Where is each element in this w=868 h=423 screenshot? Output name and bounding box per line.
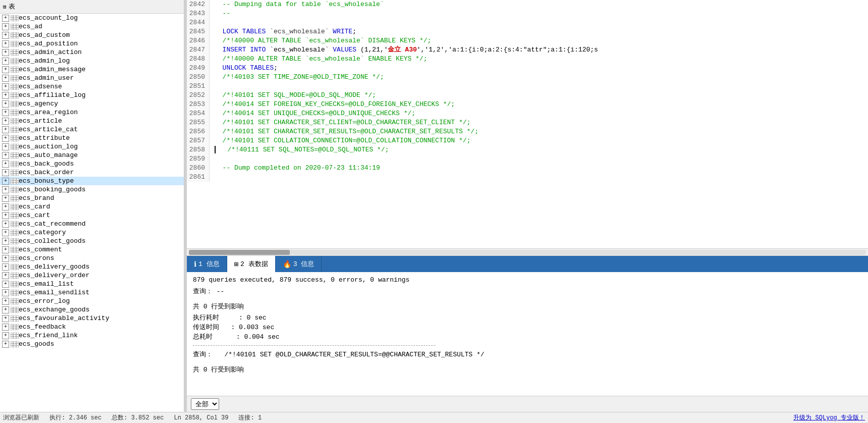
line-content[interactable]: /*!40014 SET UNIQUE_CHECKS=@OLD_UNIQUE_C… (210, 109, 416, 118)
sidebar-item-ecs_article[interactable]: + ecs_article (0, 117, 184, 125)
query2-block: 查询： /*!40101 SET @OLD_CHARACTER_SET_RESU… (193, 350, 862, 359)
tab-0[interactable]: ℹ1 信息 (187, 256, 227, 272)
line-content[interactable]: -- (210, 9, 230, 18)
svg-rect-155 (11, 281, 19, 287)
sidebar-item-ecs_exchange_goods[interactable]: + ecs_exchange_goods (0, 305, 184, 314)
line-content[interactable]: /*!40101 SET CHARACTER_SET_RESULTS=@OLD_… (210, 127, 479, 136)
line-content[interactable] (210, 18, 215, 27)
sidebar-item-ecs_article_cat[interactable]: + ecs_article_cat (0, 125, 184, 134)
sidebar-item-ecs_favourable_activity[interactable]: + ecs_favourable_activity (0, 314, 184, 323)
line-number: 2850 (187, 73, 210, 82)
sidebar-item-ecs_delivery_order[interactable]: + ecs_delivery_order (0, 271, 184, 280)
sidebar-item-ecs_booking_goods[interactable]: + ecs_booking_goods (0, 185, 184, 194)
tree-expand-icon: + (2, 281, 9, 288)
scrollbar-thumb[interactable] (189, 250, 290, 255)
line-content[interactable] (210, 154, 215, 164)
filter-dropdown[interactable]: 全部 (191, 398, 219, 410)
sidebar-item-label: ecs_ad_custom (19, 31, 70, 39)
sidebar-item-ecs_area_region[interactable]: + ecs_area_region (0, 108, 184, 117)
sidebar-item-ecs_collect_goods[interactable]: + ecs_collect_goods (0, 237, 184, 245)
line-content[interactable]: /*!40000 ALTER TABLE `ecs_wholesale` ENA… (210, 55, 427, 64)
line-content[interactable]: INSERT INTO `ecs_wholesale` VALUES (1,21… (210, 45, 598, 55)
line-content[interactable]: /*!40111 SET SQL_NOTES=@OLD_SQL_NOTES */… (210, 145, 389, 154)
tab-2[interactable]: 🔥3 信息 (276, 256, 322, 272)
line-number: 2849 (187, 64, 210, 73)
tree-expand-icon: + (2, 40, 9, 47)
tree-expand-icon: + (2, 195, 9, 202)
sidebar-item-ecs_ad_custom[interactable]: + ecs_ad_custom (0, 31, 184, 39)
sidebar-item-ecs_category[interactable]: + ecs_category (0, 228, 184, 237)
line-content[interactable]: UNLOCK TABLES; (210, 64, 278, 73)
sidebar-item-ecs_email_sendlist[interactable]: + ecs_email_sendlist (0, 288, 184, 297)
sidebar-item-ecs_ad_position[interactable]: + ecs_ad_position (0, 39, 184, 48)
table-icon (11, 238, 19, 244)
tree-expand-icon: + (2, 306, 9, 313)
query2-label: 查询： (193, 351, 221, 358)
tree-expand-icon: + (2, 169, 9, 176)
sidebar-item-ecs_affiliate_log[interactable]: + ecs_affiliate_log (0, 91, 184, 99)
line-number: 2853 (187, 100, 210, 109)
sidebar-item-ecs_account_log[interactable]: + ecs_account_log (0, 14, 184, 22)
sidebar-item-ecs_cart[interactable]: + ecs_cart (0, 211, 184, 220)
line-content[interactable]: /*!40000 ALTER TABLE `ecs_wholesale` DIS… (210, 36, 431, 45)
sidebar-item-ecs_auto_manage[interactable]: + ecs_auto_manage (0, 151, 184, 160)
bottom-content: 879 queries executed, 879 success, 0 err… (187, 272, 868, 396)
line-content[interactable]: /*!40103 SET TIME_ZONE=@OLD_TIME_ZONE */… (210, 73, 384, 82)
sidebar-item-ecs_email_list[interactable]: + ecs_email_list (0, 280, 184, 288)
sidebar-item-label: ecs_feedback (19, 323, 66, 331)
line-content[interactable]: /*!40101 SET COLLATION_CONNECTION=@OLD_C… (210, 136, 471, 145)
sidebar-item-ecs_back_order[interactable]: + ecs_back_order (0, 168, 184, 177)
query1-affected: 共 0 行受到影响 (193, 302, 862, 311)
tab-1[interactable]: ⊞2 表数据 (227, 256, 276, 272)
sidebar-item-ecs_agency[interactable]: + ecs_agency (0, 99, 184, 108)
sidebar-item-ecs_goods[interactable]: + ecs_goods (0, 340, 184, 348)
sidebar-item-ecs_comment[interactable]: + ecs_comment (0, 245, 184, 254)
sidebar-item-ecs_error_log[interactable]: + ecs_error_log (0, 297, 184, 305)
line-content[interactable] (210, 82, 215, 91)
bottom-tabs: ℹ1 信息⊞2 表数据🔥3 信息 (187, 256, 868, 272)
table-icon (11, 213, 19, 219)
sidebar-item-ecs_bonus_type[interactable]: + ecs_bonus_type (0, 177, 184, 185)
svg-rect-180 (11, 324, 19, 330)
sidebar-item-ecs_crons[interactable]: + ecs_crons (0, 254, 184, 262)
svg-rect-60 (11, 118, 19, 124)
line-content[interactable]: LOCK TABLES `ecs_wholesale` WRITE; (210, 27, 356, 36)
sidebar-item-ecs_ad[interactable]: + ecs_ad (0, 22, 184, 31)
line-content[interactable]: /*!40101 SET CHARACTER_SET_CLIENT=@OLD_C… (210, 118, 471, 127)
horizontal-scrollbar[interactable] (187, 248, 868, 255)
sidebar-item-ecs_cat_recommend[interactable]: + ecs_cat_recommend (0, 220, 184, 228)
line-content[interactable]: /*!40101 SET SQL_MODE=@OLD_SQL_MODE */; (210, 91, 376, 100)
svg-rect-110 (11, 204, 19, 210)
query2-value: /*!40101 SET @OLD_CHARACTER_SET_RESULTS=… (224, 351, 484, 358)
line-content[interactable] (210, 173, 215, 182)
sidebar-item-ecs_admin_user[interactable]: + ecs_admin_user (0, 74, 184, 82)
tree-expand-icon: + (2, 263, 9, 271)
sidebar-item-ecs_attribute[interactable]: + ecs_attribute (0, 134, 184, 142)
tree-expand-icon: + (2, 126, 9, 133)
code-panel[interactable]: 2842 -- Dumping data for table `ecs_whol… (187, 0, 868, 248)
sidebar-item-ecs_adsense[interactable]: + ecs_adsense (0, 82, 184, 91)
svg-rect-190 (11, 341, 19, 347)
tree-expand-icon: + (2, 118, 9, 125)
sidebar-item-ecs_admin_log[interactable]: + ecs_admin_log (0, 57, 184, 65)
svg-rect-0 (11, 15, 19, 21)
svg-rect-150 (11, 273, 19, 279)
line-content[interactable]: -- Dump completed on 2020-07-23 11:34:19 (210, 164, 380, 173)
sidebar-item-ecs_brand[interactable]: + ecs_brand (0, 194, 184, 202)
sidebar-item-ecs_card[interactable]: + ecs_card (0, 202, 184, 211)
sidebar-item-ecs_friend_link[interactable]: + ecs_friend_link (0, 331, 184, 340)
tree-expand-icon: + (2, 238, 9, 245)
sidebar-item-ecs_back_goods[interactable]: + ecs_back_goods (0, 160, 184, 168)
sidebar-item-ecs_admin_action[interactable]: + ecs_admin_action (0, 48, 184, 57)
line-content[interactable]: -- Dumping data for table `ecs_wholesale… (210, 0, 384, 9)
sidebar-item-ecs_auction_log[interactable]: + ecs_auction_log (0, 142, 184, 151)
sidebar-item-ecs_delivery_goods[interactable]: + ecs_delivery_goods (0, 262, 184, 271)
sidebar-item-ecs_admin_message[interactable]: + ecs_admin_message (0, 65, 184, 74)
line-content[interactable]: /*!40014 SET FOREIGN_KEY_CHECKS=@OLD_FOR… (210, 100, 455, 109)
upgrade-link[interactable]: 升级为 SQLyog 专业版！ (793, 413, 865, 422)
line-number: 2843 (187, 9, 210, 18)
line-number: 2860 (187, 164, 210, 173)
table-icon (11, 144, 19, 150)
tree-expand-icon: + (2, 161, 9, 168)
sidebar-item-ecs_feedback[interactable]: + ecs_feedback (0, 323, 184, 331)
